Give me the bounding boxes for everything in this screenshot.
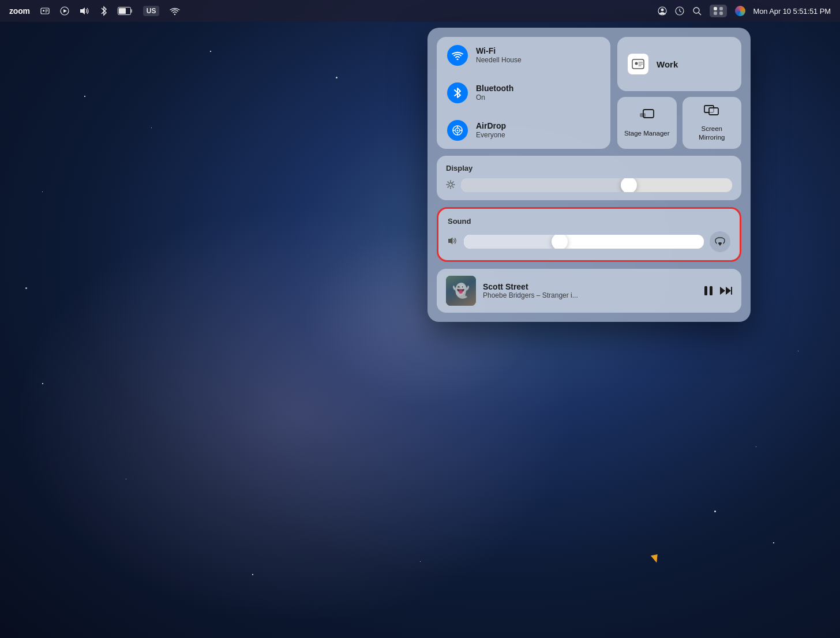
svg-rect-19 bbox=[719, 7, 723, 10]
volume-slider[interactable] bbox=[464, 235, 704, 249]
svg-rect-49 bbox=[731, 287, 732, 295]
display-slider-row bbox=[446, 178, 732, 192]
cc-right-col: Work Stage Manager bbox=[617, 37, 741, 149]
svg-point-35 bbox=[449, 183, 452, 186]
airdrop-icon-circle bbox=[447, 120, 468, 141]
volume-thumb[interactable] bbox=[552, 235, 568, 249]
svg-line-42 bbox=[453, 182, 454, 183]
bluetooth-item[interactable]: Bluetooth On bbox=[437, 74, 610, 112]
now-playing-info: Scott Street Phoebe Bridgers – Stranger … bbox=[483, 282, 696, 299]
menubar-left: zoom US bbox=[9, 6, 658, 16]
svg-point-30 bbox=[635, 62, 638, 65]
svg-marker-47 bbox=[720, 287, 725, 295]
svg-marker-44 bbox=[448, 238, 453, 245]
display-title: Display bbox=[446, 164, 732, 172]
svg-rect-32 bbox=[640, 113, 646, 117]
bluetooth-text: Bluetooth On bbox=[476, 84, 513, 102]
svg-rect-9 bbox=[131, 9, 132, 13]
user-circle-icon[interactable] bbox=[658, 6, 667, 16]
bluetooth-menubar-icon[interactable] bbox=[100, 6, 107, 16]
wifi-item[interactable]: Wi-Fi Needell House bbox=[437, 37, 610, 74]
playback-controls bbox=[703, 285, 732, 297]
wifi-text: Wi-Fi Needell House bbox=[476, 46, 522, 65]
screen-mirroring-icon bbox=[704, 104, 720, 121]
now-playing-section: Scott Street Phoebe Bridgers – Stranger … bbox=[437, 269, 741, 313]
svg-line-17 bbox=[699, 13, 701, 15]
svg-rect-21 bbox=[719, 12, 723, 15]
svg-line-15 bbox=[680, 11, 681, 12]
svg-marker-48 bbox=[726, 287, 731, 295]
airplay-button[interactable] bbox=[710, 231, 730, 252]
sound-slider-row bbox=[448, 231, 730, 252]
wifi-icon-circle bbox=[447, 45, 468, 66]
album-art bbox=[446, 276, 476, 306]
siri-icon[interactable] bbox=[735, 6, 745, 16]
wifi-title: Wi-Fi bbox=[476, 46, 522, 56]
bluetooth-icon-circle bbox=[447, 82, 468, 103]
svg-rect-10 bbox=[119, 8, 126, 14]
contact-card-icon[interactable] bbox=[40, 6, 50, 16]
work-icon bbox=[628, 54, 648, 74]
menubar: zoom US bbox=[0, 0, 840, 22]
svg-point-1 bbox=[43, 10, 44, 12]
svg-line-43 bbox=[448, 186, 449, 187]
svg-rect-45 bbox=[704, 286, 707, 295]
work-tile[interactable]: Work bbox=[617, 37, 741, 91]
bluetooth-subtitle: On bbox=[476, 93, 513, 103]
stage-mirror-row: Stage Manager Screen Mirroring bbox=[617, 97, 741, 149]
screen-mirroring-tile[interactable]: Screen Mirroring bbox=[682, 97, 742, 149]
menubar-right: Mon Apr 10 5:51:51 PM bbox=[658, 5, 831, 17]
track-title: Scott Street bbox=[483, 282, 696, 291]
sound-section: Sound bbox=[437, 207, 741, 262]
mouse-cursor bbox=[651, 554, 659, 564]
brightness-slider[interactable] bbox=[461, 178, 732, 192]
stage-manager-icon bbox=[639, 108, 655, 126]
airdrop-subtitle: Everyone bbox=[476, 131, 506, 140]
airdrop-title: AirDrop bbox=[476, 121, 506, 131]
fast-forward-button[interactable] bbox=[719, 286, 732, 296]
clock-icon[interactable] bbox=[675, 6, 684, 16]
svg-marker-6 bbox=[63, 9, 67, 13]
pause-button[interactable] bbox=[703, 285, 714, 297]
svg-rect-46 bbox=[710, 286, 712, 295]
wifi-subtitle: Needell House bbox=[476, 56, 522, 65]
track-subtitle: Phoebe Bridgers – Stranger i... bbox=[483, 291, 598, 299]
app-name[interactable]: zoom bbox=[9, 6, 30, 16]
svg-rect-20 bbox=[714, 12, 717, 15]
wifi-menubar-icon[interactable] bbox=[170, 7, 180, 15]
svg-point-24 bbox=[457, 130, 459, 132]
sound-title: Sound bbox=[448, 217, 730, 226]
stage-manager-label: Stage Manager bbox=[624, 129, 670, 138]
svg-rect-18 bbox=[714, 7, 717, 10]
volume-slider-icon bbox=[448, 237, 458, 247]
airdrop-item[interactable]: AirDrop Everyone bbox=[437, 112, 610, 149]
svg-rect-34 bbox=[709, 108, 718, 115]
svg-point-12 bbox=[661, 9, 663, 12]
svg-point-16 bbox=[693, 7, 699, 13]
airdrop-text: AirDrop Everyone bbox=[476, 121, 506, 140]
keyboard-input-icon[interactable]: US bbox=[143, 6, 160, 16]
volume-icon[interactable] bbox=[80, 6, 90, 16]
network-tile: Wi-Fi Needell House Bluetooth On bbox=[437, 37, 610, 149]
svg-line-40 bbox=[448, 182, 449, 183]
control-center-icon[interactable] bbox=[710, 5, 727, 17]
brightness-thumb[interactable] bbox=[621, 178, 637, 192]
search-icon[interactable] bbox=[692, 6, 702, 16]
display-section: Display bbox=[437, 156, 741, 200]
work-title: Work bbox=[657, 59, 678, 69]
screen-mirroring-label: Screen Mirroring bbox=[688, 125, 736, 142]
brightness-icon bbox=[446, 180, 455, 191]
cc-top-row: Wi-Fi Needell House Bluetooth On bbox=[437, 37, 741, 149]
svg-marker-7 bbox=[80, 7, 85, 14]
menubar-time: Mon Apr 10 5:51:51 PM bbox=[753, 7, 831, 16]
control-center-panel: Wi-Fi Needell House Bluetooth On bbox=[427, 28, 751, 322]
stage-manager-tile[interactable]: Stage Manager bbox=[617, 97, 677, 149]
battery-icon[interactable] bbox=[118, 7, 133, 15]
play-icon[interactable] bbox=[60, 6, 69, 16]
svg-line-41 bbox=[453, 186, 454, 187]
bluetooth-title: Bluetooth bbox=[476, 84, 513, 93]
